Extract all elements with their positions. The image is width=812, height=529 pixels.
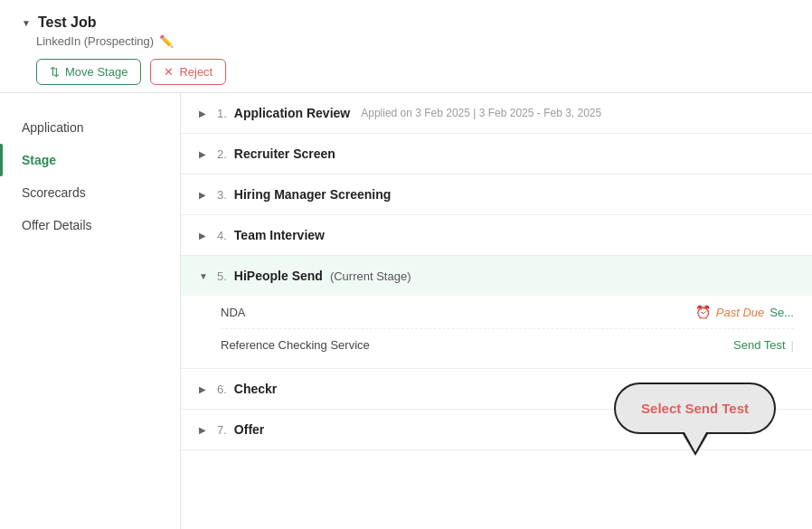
move-stage-button[interactable]: ⇅ Move Stage — [36, 59, 141, 85]
stage-4-name: Team Interview — [234, 228, 325, 242]
stage-5-name: HiPeople Send — [234, 269, 323, 283]
job-title-row: ▼ Test Job — [22, 14, 790, 31]
stage-4-arrow: ▶ — [199, 231, 210, 241]
stage-6-name: Checkr — [234, 382, 277, 396]
past-due-icon: ⏰ — [695, 305, 711, 319]
stage-3-arrow: ▶ — [199, 190, 210, 200]
reject-button[interactable]: ✕ Reject — [150, 59, 226, 85]
pipe-separator: | — [791, 338, 794, 352]
move-stage-label: Move Stage — [65, 65, 127, 79]
reject-icon: ✕ — [164, 65, 174, 79]
stage-7-number: 7. — [217, 423, 227, 437]
stage-area: ▶ 1. Application Review Applied on 3 Feb… — [181, 93, 812, 529]
past-due-text: Past Due — [716, 306, 764, 319]
stage-3-name: Hiring Manager Screening — [234, 187, 391, 202]
main-content: Application Stage Scorecards Offer Detai… — [0, 93, 812, 529]
stage-5-sub-items: NDA ⏰ Past Due Se... Reference Checking … — [181, 296, 812, 368]
stage-2-name: Recruiter Screen — [234, 146, 335, 161]
collapse-icon[interactable]: ▼ — [22, 18, 31, 28]
job-source-text: LinkedIn (Prospecting) — [36, 34, 154, 48]
stage-2-number: 2. — [217, 147, 227, 161]
select-send-test-tooltip: Select Send Test — [614, 383, 776, 434]
sub-item-reference: Reference Checking Service Send Test | — [221, 329, 794, 361]
stage-1-meta: Applied on 3 Feb 2025 | 3 Feb 2025 - Feb… — [361, 107, 601, 119]
sub-item-nda: NDA ⏰ Past Due Se... — [221, 296, 794, 329]
sidebar-item-offer-details[interactable]: Offer Details — [0, 209, 180, 241]
job-source: LinkedIn (Prospecting) ✏️ — [36, 34, 790, 48]
stage-6-number: 6. — [217, 383, 227, 396]
stage-header-1[interactable]: ▶ 1. Application Review Applied on 3 Feb… — [181, 93, 812, 133]
job-title: Test Job — [38, 14, 97, 31]
reference-send-test-link[interactable]: Send Test — [733, 338, 786, 352]
stage-5-badge: (Current Stage) — [330, 269, 411, 283]
stage-item-2: ▶ 2. Recruiter Screen — [181, 134, 812, 175]
header: ▼ Test Job LinkedIn (Prospecting) ✏️ ⇅ M… — [0, 0, 812, 93]
stage-7-name: Offer — [234, 422, 264, 437]
stage-4-number: 4. — [217, 229, 227, 242]
edit-icon[interactable]: ✏️ — [159, 34, 174, 48]
nda-send-link[interactable]: Se... — [770, 306, 794, 319]
action-buttons: ⇅ Move Stage ✕ Reject — [36, 59, 790, 85]
stage-7-arrow: ▶ — [199, 425, 210, 435]
stage-item-4: ▶ 4. Team Interview — [181, 215, 812, 256]
stage-1-number: 1. — [217, 107, 227, 120]
nda-name: NDA — [221, 306, 245, 319]
stage-item-3: ▶ 3. Hiring Manager Screening — [181, 175, 812, 215]
reject-label: Reject — [179, 65, 212, 79]
stage-1-name: Application Review — [234, 106, 350, 120]
stage-header-5[interactable]: ▼ 5. HiPeople Send (Current Stage) — [181, 256, 812, 296]
stage-1-arrow: ▶ — [199, 109, 210, 118]
reference-name: Reference Checking Service — [221, 338, 370, 352]
stage-6-arrow: ▶ — [199, 384, 210, 394]
move-stage-icon: ⇅ — [50, 65, 60, 79]
app-container: ▼ Test Job LinkedIn (Prospecting) ✏️ ⇅ M… — [0, 0, 812, 529]
stage-header-4[interactable]: ▶ 4. Team Interview — [181, 215, 812, 255]
stage-2-arrow: ▶ — [199, 149, 210, 159]
sidebar-item-application[interactable]: Application — [0, 111, 180, 144]
stage-5-arrow: ▼ — [199, 271, 210, 281]
stage-5-number: 5. — [217, 269, 227, 283]
stage-3-number: 3. — [217, 188, 227, 202]
sidebar-item-stage[interactable]: Stage — [0, 144, 180, 176]
reference-actions: Send Test | — [733, 338, 794, 352]
stage-header-2[interactable]: ▶ 2. Recruiter Screen — [181, 134, 812, 174]
sidebar-item-scorecards[interactable]: Scorecards — [0, 176, 180, 209]
tooltip-label: Select Send Test — [641, 401, 749, 416]
stage-item-1: ▶ 1. Application Review Applied on 3 Feb… — [181, 93, 812, 134]
sidebar: Application Stage Scorecards Offer Detai… — [0, 93, 181, 529]
nda-actions: ⏰ Past Due Se... — [695, 305, 794, 319]
stage-header-3[interactable]: ▶ 3. Hiring Manager Screening — [181, 175, 812, 214]
stage-item-5: ▼ 5. HiPeople Send (Current Stage) NDA ⏰… — [181, 256, 812, 369]
